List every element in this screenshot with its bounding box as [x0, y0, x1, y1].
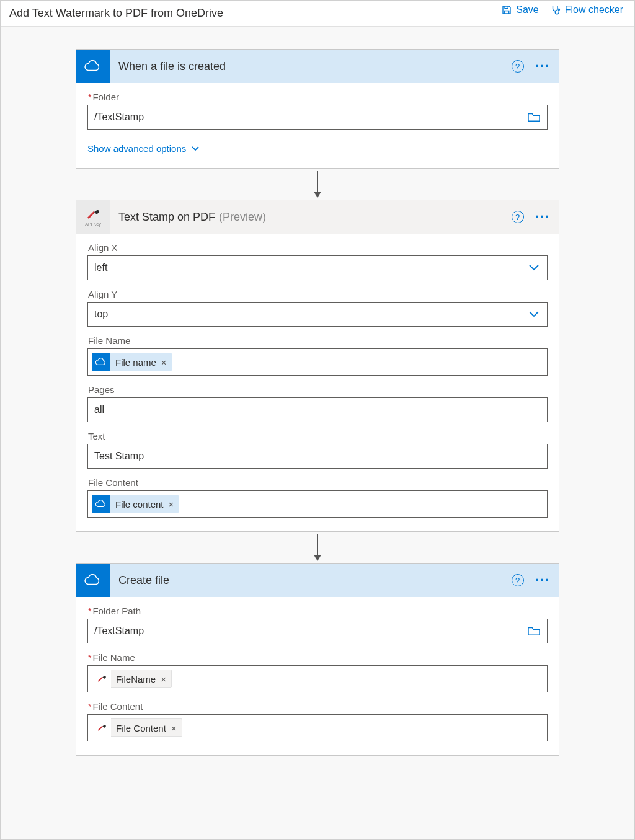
filename-input[interactable]: FileName ×	[87, 665, 548, 692]
folderpath-field: Folder Path /TextStamp	[87, 606, 548, 643]
flow-checker-label: Flow checker	[565, 4, 623, 15]
pages-input[interactable]: all	[87, 397, 548, 422]
aligny-select[interactable]: top	[87, 302, 548, 327]
more-icon[interactable]: ···	[535, 214, 550, 220]
chevron-down-icon	[191, 146, 200, 152]
onedrive-chip-icon	[92, 495, 110, 513]
alignx-select[interactable]: left	[87, 255, 548, 280]
cloud-icon	[84, 60, 102, 73]
preview-tag: (Preview)	[219, 211, 266, 224]
aligny-field: Align Y top	[87, 289, 548, 327]
chip-label: FileName	[116, 674, 156, 684]
dynamic-content-chip-filename[interactable]: FileName ×	[92, 670, 172, 688]
apikey-chip-icon	[92, 670, 111, 688]
help-icon[interactable]: ?	[512, 211, 524, 223]
filecontent-input[interactable]: File Content ×	[87, 714, 548, 741]
wrench-icon	[85, 208, 101, 221]
trigger-title: When a file is created	[118, 60, 226, 73]
folder-value: /TextStamp	[94, 112, 144, 123]
canvas: When a file is created ? ··· Folder /Tex…	[1, 27, 634, 780]
textstamp-header-actions: ? ···	[512, 211, 550, 223]
filename-field: File Name File name ×	[87, 335, 548, 376]
text-input[interactable]: Test Stamp	[87, 444, 548, 469]
pages-value: all	[94, 404, 104, 415]
save-icon	[501, 4, 512, 15]
remove-chip-icon[interactable]: ×	[169, 499, 174, 510]
folder-input[interactable]: /TextStamp	[87, 105, 548, 130]
chevron-down-icon	[528, 311, 540, 318]
filename-input[interactable]: File name ×	[87, 348, 548, 376]
createfile-header-actions: ? ···	[512, 574, 550, 586]
folderpath-label: Folder Path	[88, 606, 548, 616]
createfile-header[interactable]: Create file ? ···	[76, 564, 559, 597]
page-title: Add Text Watermark to PDF from OneDrive	[9, 7, 223, 20]
remove-chip-icon[interactable]: ×	[161, 674, 166, 684]
dynamic-content-chip-filecontent[interactable]: File content ×	[92, 495, 179, 513]
apikey-icon: API Key	[76, 200, 110, 234]
topbar: Add Text Watermark to PDF from OneDrive …	[1, 1, 634, 27]
dynamic-content-chip-filename[interactable]: File name ×	[92, 353, 172, 371]
more-icon[interactable]: ···	[535, 577, 550, 583]
arrow-connector	[317, 171, 318, 197]
folder-picker-icon[interactable]	[527, 112, 541, 123]
save-button[interactable]: Save	[501, 4, 538, 15]
more-icon[interactable]: ···	[535, 63, 550, 69]
folderpath-value: /TextStamp	[94, 626, 144, 637]
dynamic-content-chip-filecontent[interactable]: File Content ×	[92, 718, 182, 737]
onedrive-chip-icon	[92, 353, 110, 371]
pages-field: Pages all	[87, 384, 548, 422]
folder-label: Folder	[88, 92, 548, 102]
onedrive-icon	[76, 50, 110, 83]
filecontent-input[interactable]: File content ×	[87, 490, 548, 518]
wrench-icon	[96, 674, 107, 683]
cloud-icon	[95, 358, 107, 366]
textstamp-header[interactable]: API Key Text Stamp on PDF (Preview) ? ··…	[76, 200, 559, 234]
createfile-title: Create file	[118, 574, 169, 587]
folder-picker-icon[interactable]	[527, 626, 541, 637]
textstamp-title: Text Stamp on PDF	[118, 211, 215, 224]
cloud-icon	[95, 500, 107, 508]
textstamp-body: Align X left Align Y top File Name	[76, 234, 559, 531]
trigger-body: Folder /TextStamp Show advanced options	[76, 83, 559, 168]
show-advanced-label: Show advanced options	[87, 143, 186, 154]
filecontent-label: File Content	[88, 701, 548, 712]
onedrive-icon	[76, 564, 110, 597]
remove-chip-icon[interactable]: ×	[161, 357, 167, 368]
action-card-textstamp[interactable]: API Key Text Stamp on PDF (Preview) ? ··…	[76, 200, 559, 532]
flow-checker-button[interactable]: Flow checker	[550, 4, 623, 15]
show-advanced-link[interactable]: Show advanced options	[87, 143, 200, 154]
filename-label: File Name	[88, 652, 548, 663]
remove-chip-icon[interactable]: ×	[171, 723, 177, 733]
text-field: Text Test Stamp	[87, 431, 548, 469]
filename-field: File Name FileName ×	[87, 652, 548, 692]
aligny-label: Align Y	[88, 289, 548, 299]
folderpath-input[interactable]: /TextStamp	[87, 619, 548, 643]
chip-label: File name	[115, 357, 156, 368]
action-card-createfile[interactable]: Create file ? ··· Folder Path /TextStamp…	[76, 563, 559, 756]
filecontent-label: File Content	[88, 477, 548, 488]
trigger-header[interactable]: When a file is created ? ···	[76, 50, 559, 83]
apikey-caption: API Key	[85, 222, 100, 226]
createfile-body: Folder Path /TextStamp File Name FileNa	[76, 597, 559, 755]
wrench-icon	[96, 723, 107, 732]
help-icon[interactable]: ?	[512, 574, 524, 586]
save-label: Save	[516, 4, 538, 15]
help-icon[interactable]: ?	[512, 60, 524, 73]
alignx-value: left	[94, 262, 107, 273]
alignx-label: Align X	[88, 242, 548, 253]
alignx-field: Align X left	[87, 242, 548, 280]
svg-point-0	[558, 9, 559, 10]
topbar-actions: Save Flow checker	[501, 4, 623, 15]
chevron-down-icon	[528, 264, 540, 272]
text-label: Text	[88, 431, 548, 441]
folder-field: Folder /TextStamp	[87, 92, 548, 130]
chip-label: File Content	[116, 723, 166, 733]
pages-label: Pages	[88, 384, 548, 395]
filecontent-field: File Content File Content ×	[87, 701, 548, 741]
filename-label: File Name	[88, 335, 548, 346]
arrow-connector	[317, 534, 318, 560]
trigger-card[interactable]: When a file is created ? ··· Folder /Tex…	[76, 49, 559, 169]
trigger-header-actions: ? ···	[512, 60, 550, 73]
aligny-value: top	[94, 309, 108, 320]
apikey-chip-icon	[92, 718, 111, 737]
